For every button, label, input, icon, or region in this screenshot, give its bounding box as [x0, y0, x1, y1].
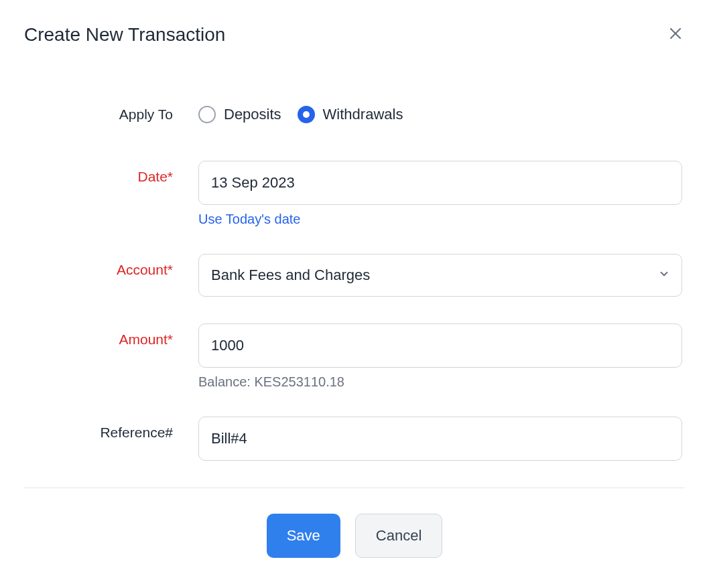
amount-label: Amount*	[24, 323, 198, 348]
account-selected-value: Bank Fees and Charges	[211, 267, 370, 284]
amount-field: Balance: KES253110.18	[198, 323, 682, 390]
date-input[interactable]	[198, 161, 682, 205]
save-button[interactable]: Save	[267, 514, 340, 558]
reference-field	[198, 417, 682, 461]
modal-title: Create New Transaction	[24, 24, 225, 46]
amount-row: Amount* Balance: KES253110.18	[24, 323, 685, 390]
modal-header: Create New Transaction	[24, 24, 685, 46]
account-select-wrap: Bank Fees and Charges	[198, 254, 682, 297]
radio-deposits-label: Deposits	[224, 106, 281, 123]
account-select[interactable]: Bank Fees and Charges	[198, 254, 682, 297]
modal-footer: Save Cancel	[24, 488, 685, 583]
date-row: Date* Use Today's date	[24, 161, 685, 227]
date-field: Use Today's date	[198, 161, 682, 227]
radio-deposits[interactable]: Deposits	[198, 106, 281, 123]
apply-to-radio-group: Deposits Withdrawals	[198, 106, 682, 123]
create-transaction-modal: Create New Transaction Apply To Deposits	[0, 0, 709, 583]
balance-text: Balance: KES253110.18	[198, 374, 682, 390]
radio-inner-dot	[303, 111, 310, 118]
reference-input[interactable]	[198, 417, 682, 461]
radio-circle-checked-icon	[298, 106, 315, 123]
amount-input[interactable]	[198, 323, 682, 368]
account-label: Account*	[24, 254, 198, 278]
apply-to-field: Deposits Withdrawals	[198, 106, 682, 123]
transaction-form: Apply To Deposits Withdrawals	[24, 106, 685, 461]
reference-label: Reference#	[24, 417, 198, 441]
radio-withdrawals[interactable]: Withdrawals	[298, 106, 403, 123]
apply-to-row: Apply To Deposits Withdrawals	[24, 106, 685, 123]
date-label: Date*	[24, 161, 198, 185]
account-row: Account* Bank Fees and Charges	[24, 254, 685, 297]
radio-circle-icon	[198, 106, 216, 123]
reference-row: Reference#	[24, 417, 685, 461]
account-field: Bank Fees and Charges	[198, 254, 682, 297]
radio-withdrawals-label: Withdrawals	[323, 106, 403, 123]
apply-to-label: Apply To	[24, 106, 198, 123]
close-button[interactable]	[666, 24, 685, 43]
use-today-link[interactable]: Use Today's date	[198, 212, 300, 227]
cancel-button[interactable]: Cancel	[355, 514, 442, 558]
close-icon	[667, 25, 684, 42]
